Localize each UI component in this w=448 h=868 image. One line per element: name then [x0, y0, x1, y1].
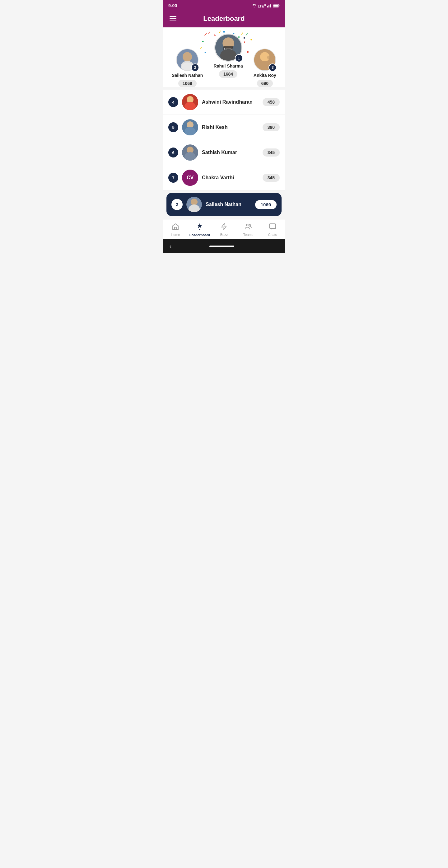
leaderboard-list: 4 Ashwini Ravindharan 458 5 Rishi Kesh 3… [163, 90, 285, 190]
svg-point-44 [249, 225, 251, 226]
svg-point-42 [199, 229, 200, 230]
list-name-5: Rishi Kesh [202, 124, 259, 130]
buzz-icon [220, 223, 228, 231]
status-bar: 9:00 LTER [163, 0, 285, 11]
rank-6: 6 [168, 148, 178, 157]
list-item: 4 Ashwini Ravindharan 458 [163, 90, 285, 115]
leaderboard-icon [196, 222, 204, 232]
lte-label: LTER [258, 3, 266, 8]
nav-label-teams: Teams [243, 233, 253, 237]
menu-button[interactable] [168, 15, 178, 23]
nav-label-buzz: Buzz [220, 233, 228, 237]
rank-7: 7 [168, 173, 178, 183]
list-score-7: 345 [263, 174, 280, 182]
status-icons: LTER [252, 3, 280, 8]
podium-third: 3 Ankita Roy 690 [254, 49, 276, 87]
back-button[interactable]: ‹ [169, 243, 171, 250]
home-pill[interactable] [210, 246, 234, 247]
avatar-ashwini [182, 94, 198, 110]
list-score-4: 458 [263, 98, 280, 106]
podium-score-second: 1069 [178, 80, 197, 87]
current-user-score: 1069 [255, 200, 277, 209]
nav-item-chats[interactable]: Chats [260, 223, 285, 237]
signal-icon [267, 4, 271, 7]
list-name-6: Sathish Kumar [202, 150, 259, 155]
list-score-6: 345 [263, 149, 280, 157]
list-item: 5 Rishi Kesh 390 [163, 115, 285, 140]
list-score-5: 390 [263, 123, 280, 131]
podium-section: 2 Sailesh Nathan 1069 Supreme [163, 27, 285, 87]
list-name-7: Chakra Varthi [202, 175, 259, 181]
svg-rect-2 [270, 4, 271, 7]
bottom-nav: Home Leaderboard Buzz T [163, 219, 285, 239]
list-item: 7 CV Chakra Varthi 345 [163, 165, 285, 190]
podium-score-first: 1684 [219, 70, 237, 78]
home-icon [172, 223, 179, 231]
svg-rect-4 [274, 5, 278, 7]
list-name-4: Ashwini Ravindharan [202, 99, 259, 105]
current-user-rank: 2 [171, 199, 183, 210]
podium-score-third: 690 [257, 80, 273, 87]
header: Leaderboard [163, 11, 285, 27]
podium-name-third: Ankita Roy [254, 73, 276, 78]
nav-label-chats: Chats [268, 233, 277, 237]
rank-4: 4 [168, 97, 178, 107]
podium-row: 2 Sailesh Nathan 1069 Supreme [166, 34, 282, 78]
teams-icon [245, 223, 252, 231]
avatar-wrapper-second: 2 [176, 49, 198, 71]
system-bar: ‹ [163, 239, 285, 253]
avatar-wrapper-first: Supreme 1 [214, 34, 242, 62]
svg-point-24 [220, 49, 236, 62]
battery-icon [273, 4, 280, 7]
podium-name-first: Rahul Sharma [214, 63, 243, 68]
rank-5: 5 [168, 122, 178, 132]
svg-rect-1 [268, 5, 269, 7]
rank-badge-3: 3 [268, 63, 277, 71]
page-title: Leaderboard [203, 14, 245, 23]
current-user-avatar [186, 197, 202, 212]
nav-item-leaderboard[interactable]: Leaderboard [188, 222, 212, 237]
nav-item-teams[interactable]: Teams [236, 223, 260, 237]
svg-rect-0 [267, 6, 268, 7]
svg-point-28 [267, 56, 271, 59]
chats-icon [269, 223, 276, 231]
svg-point-17 [183, 52, 192, 61]
rank-badge-1: 1 [235, 54, 243, 62]
svg-rect-41 [174, 227, 177, 229]
svg-point-5 [223, 31, 225, 33]
nav-item-buzz[interactable]: Buzz [212, 223, 236, 237]
svg-point-39 [191, 198, 197, 206]
avatar-rishi [182, 119, 198, 135]
avatar-sathish [182, 145, 198, 161]
svg-point-43 [247, 224, 248, 226]
nav-label-leaderboard: Leaderboard [189, 233, 210, 237]
current-user-name: Sailesh Nathan [206, 202, 251, 207]
avatar-wrapper-third: 3 [254, 49, 276, 71]
nav-label-home: Home [171, 233, 180, 237]
podium-first: Supreme 1 Rahul Sharma 1684 [214, 34, 243, 78]
list-item: 6 Sathish Kumar 345 [163, 140, 285, 165]
avatar-chakra: CV [182, 169, 198, 186]
status-time: 9:00 [168, 3, 177, 8]
wifi-icon [252, 4, 256, 7]
current-user-bar: 2 Sailesh Nathan 1069 [166, 193, 282, 216]
svg-rect-45 [269, 224, 276, 228]
podium-name-second: Sailesh Nathan [172, 73, 203, 78]
nav-item-home[interactable]: Home [163, 223, 188, 237]
podium-second: 2 Sailesh Nathan 1069 [172, 49, 203, 87]
rank-badge-2: 2 [191, 63, 199, 71]
